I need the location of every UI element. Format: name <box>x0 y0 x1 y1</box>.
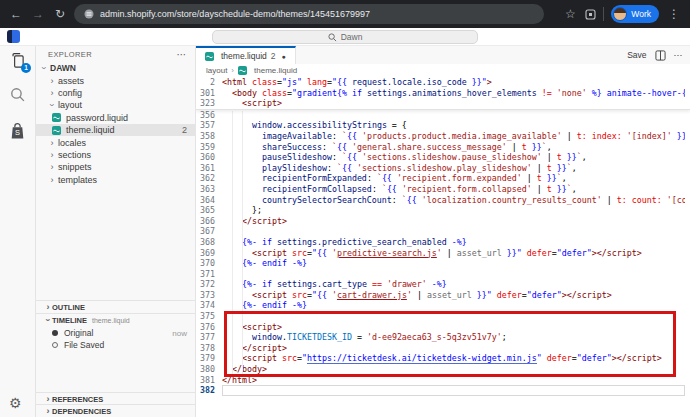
tree-item-templates[interactable]: ›templates <box>36 174 195 186</box>
code-line-365[interactable]: 365 }; <box>196 205 690 216</box>
code-line-2[interactable]: 2<html class="js" lang="{{ request.local… <box>196 77 690 88</box>
code-line-359[interactable]: 359 shareSuccess: `{{ 'general.share.suc… <box>196 142 690 153</box>
browser-extensions-icon[interactable] <box>585 9 596 20</box>
code-line-373[interactable]: 373 <script src="{{ 'cart-drawer.js' | a… <box>196 290 690 301</box>
store-logo[interactable] <box>7 30 20 43</box>
line-number[interactable]: 373 <box>196 290 215 301</box>
site-info-icon[interactable] <box>84 9 94 19</box>
code-line-380[interactable]: 380 </body> <box>196 364 690 375</box>
code-line-367[interactable]: 367 <box>196 226 690 237</box>
code-line-370[interactable]: 370 {%- endif -%} <box>196 258 690 269</box>
code-line-369[interactable]: 369 <script src="{{ 'predictive-search.j… <box>196 248 690 259</box>
line-number[interactable]: 366 <box>196 216 215 227</box>
tree-item-locales[interactable]: ›locales <box>36 136 195 148</box>
tree-item-config[interactable]: ›config <box>36 87 195 99</box>
line-number[interactable]: 359 <box>196 142 215 153</box>
code-line-356[interactable]: 356 <box>196 110 690 121</box>
tree-item-theme-liquid[interactable]: theme.liquid2 <box>36 124 195 136</box>
settings-gear-icon[interactable]: ⚙ <box>9 395 22 411</box>
search-sidebar-icon[interactable] <box>9 86 27 104</box>
tree-item-DAWN[interactable]: ›DAWN <box>36 62 195 74</box>
split-editor-icon[interactable] <box>655 50 666 61</box>
breadcrumb-folder[interactable]: layout <box>206 66 227 75</box>
tree-item-layout[interactable]: ›layout <box>36 99 195 111</box>
tab-theme-liquid[interactable]: theme.liquid 2 ● <box>196 46 296 64</box>
timeline-item-original[interactable]: Original now <box>36 327 195 339</box>
code-line-381[interactable]: 381</html> <box>196 375 690 386</box>
line-number[interactable]: 363 <box>196 184 215 195</box>
forward-button[interactable]: → <box>30 7 46 21</box>
code-line-379[interactable]: 379 <script src="https://ticketdesk.ai/t… <box>196 353 690 364</box>
line-number[interactable]: 376 <box>196 322 215 333</box>
line-number[interactable]: 356 <box>196 110 215 121</box>
line-number[interactable]: 360 <box>196 152 215 163</box>
save-button[interactable]: Save <box>627 50 646 60</box>
tree-item-snippets[interactable]: ›snippets <box>36 161 195 173</box>
line-number[interactable]: 377 <box>196 332 215 343</box>
code-area[interactable]: 2<html class="js" lang="{{ request.local… <box>196 77 690 417</box>
code-line-362[interactable]: 362 recipientFormExpanded: `{{ 'recipien… <box>196 173 690 184</box>
shopify-bag-icon[interactable]: S <box>9 122 27 140</box>
address-bar[interactable]: admin.shopify.com/store/dayschedule-demo… <box>74 4 544 24</box>
line-number[interactable]: 375 <box>196 311 215 322</box>
outline-panel-header[interactable]: ›OUTLINE <box>36 300 195 313</box>
breadcrumb-file[interactable]: theme.liquid <box>254 66 297 75</box>
code-line-323[interactable]: 323 <script> <box>196 98 690 109</box>
line-number[interactable]: 323 <box>196 98 215 109</box>
line-number[interactable]: 357 <box>196 120 215 131</box>
line-number[interactable]: 372 <box>196 279 215 290</box>
code-line-378[interactable]: 378 </script> <box>196 343 690 354</box>
tree-item-password-liquid[interactable]: password.liquid <box>36 112 195 124</box>
reload-button[interactable]: ↻ <box>52 7 68 21</box>
code-line-357[interactable]: 357 window.accessibilityStrings = { <box>196 120 690 131</box>
explorer-more-icon[interactable]: ⋯ <box>177 49 187 60</box>
line-number[interactable]: 362 <box>196 173 215 184</box>
line-number[interactable]: 371 <box>196 269 215 280</box>
line-number[interactable]: 361 <box>196 163 215 174</box>
line-number[interactable]: 364 <box>196 195 215 206</box>
line-number[interactable]: 301 <box>196 88 215 99</box>
line-number[interactable]: 379 <box>196 353 215 364</box>
code-line-301[interactable]: 301 <body class="gradient{% if settings.… <box>196 88 690 99</box>
editor-more-icon[interactable]: ⋯ <box>674 50 683 60</box>
tree-item-sections[interactable]: ›sections <box>36 149 195 161</box>
code-line-372[interactable]: 372 {%- if settings.cart_type == 'drawer… <box>196 279 690 290</box>
line-number[interactable]: 358 <box>196 131 215 142</box>
timeline-item-file-saved[interactable]: File Saved <box>36 339 195 351</box>
explorer-icon[interactable]: 1 <box>9 52 27 70</box>
search-box[interactable]: Dawn <box>212 30 478 44</box>
line-number[interactable]: 381 <box>196 375 215 386</box>
tree-item-assets[interactable]: ›assets <box>36 74 195 86</box>
browser-menu-icon[interactable]: ⋮ <box>666 7 682 21</box>
code-line-364[interactable]: 364 countrySelectorSearchCount: `{{ 'loc… <box>196 195 690 206</box>
line-number[interactable]: 367 <box>196 226 215 237</box>
code-line-382[interactable]: 382 <box>196 385 690 396</box>
line-number[interactable]: 374 <box>196 300 215 311</box>
line-number[interactable]: 382 <box>196 385 215 396</box>
line-number[interactable]: 368 <box>196 237 215 248</box>
code-line-363[interactable]: 363 recipientFormCollapsed: `{{ 'recipie… <box>196 184 690 195</box>
line-number[interactable]: 2 <box>196 77 215 88</box>
timeline-panel-header[interactable]: ›TIMELINE theme.liquid <box>36 313 195 326</box>
back-button[interactable]: ← <box>8 7 24 21</box>
tree-item-label: locales <box>58 138 86 148</box>
code-line-371[interactable]: 371 <box>196 269 690 280</box>
line-number[interactable]: 370 <box>196 258 215 269</box>
code-line-360[interactable]: 360 pauseSlideshow: `{{ 'sections.slides… <box>196 152 690 163</box>
bookmark-star-icon[interactable]: ☆ <box>562 7 578 21</box>
code-line-375[interactable]: 375 <box>196 311 690 322</box>
code-line-368[interactable]: 368 {%- if settings.predictive_search_en… <box>196 237 690 248</box>
code-line-377[interactable]: 377 window.TICKETDESK_ID = 'd-ee92aeca63… <box>196 332 690 343</box>
code-line-358[interactable]: 358 imageAvailable: `{{ 'products.produc… <box>196 131 690 142</box>
code-line-374[interactable]: 374 {%- endif -%} <box>196 300 690 311</box>
code-line-361[interactable]: 361 playSlideshow: `{{ 'sections.slidesh… <box>196 163 690 174</box>
code-line-376[interactable]: 376 <script> <box>196 322 690 333</box>
dependencies-panel-header[interactable]: ›DEPENDENCIES <box>36 404 195 417</box>
line-number[interactable]: 378 <box>196 343 215 354</box>
profile-chip[interactable]: Work <box>611 5 659 23</box>
line-number[interactable]: 365 <box>196 205 215 216</box>
code-line-366[interactable]: 366 </script> <box>196 216 690 227</box>
divider <box>603 7 604 21</box>
line-number[interactable]: 369 <box>196 248 215 259</box>
line-number[interactable]: 380 <box>196 364 215 375</box>
